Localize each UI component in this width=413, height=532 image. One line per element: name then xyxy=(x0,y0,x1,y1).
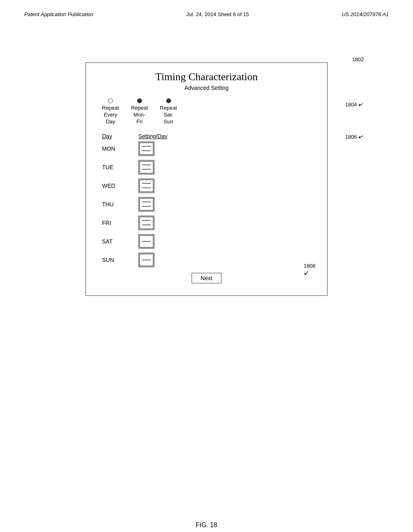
annotation-1802: 1802 xyxy=(352,56,364,62)
input-icon-sat[interactable] xyxy=(138,234,154,249)
svg-rect-0 xyxy=(140,143,153,155)
table-row: FRI xyxy=(102,216,315,230)
radio-label-1: RepeatEveryDay xyxy=(102,105,119,125)
day-rows: MON TUE WED xyxy=(98,141,315,267)
page-header: Patent Application Publication Jul. 24, … xyxy=(0,0,413,17)
table-row: MON xyxy=(102,141,315,156)
table-row: SAT xyxy=(102,234,315,249)
header-right: US 2014/207976 A1 xyxy=(342,11,389,17)
dialog-box: Timing Characterization Advanced Setting… xyxy=(86,62,327,296)
annotation-1808: 1808 ↙ xyxy=(304,263,315,276)
next-button[interactable]: Next xyxy=(192,273,222,283)
radio-repeat-sat-sun[interactable]: RepeatSat-Sun xyxy=(160,98,177,125)
radio-circle-empty[interactable] xyxy=(108,98,113,103)
dialog-wrapper: 1802 Timing Characterization Advanced Se… xyxy=(86,62,327,296)
svg-rect-12 xyxy=(140,217,153,229)
figure-label: FIG. 18 xyxy=(32,522,381,529)
day-sat: SAT xyxy=(102,238,134,245)
radio-repeat-every-day[interactable]: RepeatEveryDay xyxy=(102,98,119,125)
dialog-title: Timing Characterization xyxy=(98,71,315,83)
table-row: SUN xyxy=(102,253,315,267)
annotation-1804: 1804 ↗ xyxy=(345,101,364,108)
annotation-1806: 1806 ↗ xyxy=(345,133,364,141)
radio-label-3: RepeatSat-Sun xyxy=(160,105,177,125)
next-area: Next xyxy=(98,273,315,283)
radio-repeat-mon-fri[interactable]: RepeatMon-Fri xyxy=(131,98,148,125)
input-icon-thu[interactable] xyxy=(138,197,154,212)
day-tue: TUE xyxy=(102,164,134,170)
col-header-day: Day xyxy=(102,133,134,140)
input-icon-fri[interactable] xyxy=(138,216,154,230)
day-mon: MON xyxy=(102,145,134,152)
radio-label-2: RepeatMon-Fri xyxy=(131,105,148,125)
radio-dot-filled-2[interactable] xyxy=(166,98,171,103)
svg-rect-6 xyxy=(140,180,153,192)
svg-rect-3 xyxy=(140,161,153,173)
next-row: Next xyxy=(98,273,315,283)
input-icon-tue[interactable] xyxy=(138,160,154,175)
dialog-subtitle: Advanced Setting xyxy=(98,85,315,91)
table-row: WED xyxy=(102,179,315,193)
day-wed: WED xyxy=(102,183,134,189)
col-header-setting: Setting/Day xyxy=(138,133,167,140)
table-row: TUE xyxy=(102,160,315,175)
day-sun: SUN xyxy=(102,257,134,263)
svg-rect-9 xyxy=(140,198,153,210)
figure-area: 1802 Timing Characterization Advanced Se… xyxy=(32,62,381,529)
input-icon-mon[interactable] xyxy=(138,141,154,156)
column-headers: Day Setting/Day xyxy=(98,133,315,140)
input-icon-sun[interactable] xyxy=(138,253,154,267)
header-left: Patent Application Publication xyxy=(24,11,94,17)
header-center: Jul. 24, 2014 Sheet 6 of 15 xyxy=(186,11,249,17)
radio-dot-filled[interactable] xyxy=(137,98,142,103)
radio-options-row: RepeatEveryDay RepeatMon-Fri RepeatSat-S… xyxy=(98,98,315,125)
day-thu: THU xyxy=(102,201,134,208)
table-row: THU xyxy=(102,197,315,212)
input-icon-wed[interactable] xyxy=(138,179,154,193)
day-fri: FRI xyxy=(102,220,134,226)
